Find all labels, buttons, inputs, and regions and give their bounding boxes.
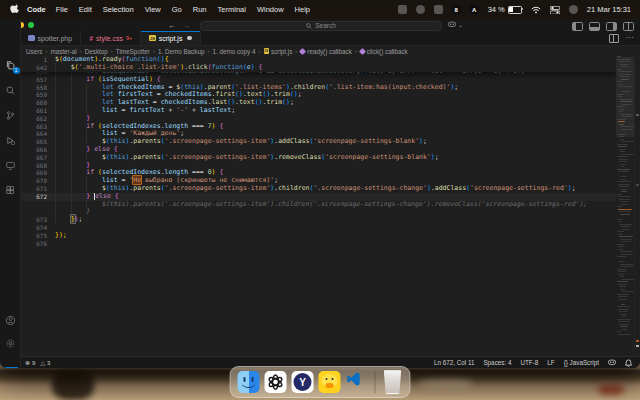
menubar-clock[interactable]: 21 Mar 15:31 [587, 5, 631, 14]
minimap[interactable] [616, 56, 634, 356]
menu-extra-icon[interactable] [416, 5, 425, 14]
dock-vscode-icon[interactable] [346, 371, 368, 393]
breadcrumb-item[interactable]: master-al [50, 48, 76, 55]
editor-group: 1 [0, 56, 640, 356]
menubar-items: FileEditSelectionViewGoRunTerminalWindow… [56, 5, 310, 14]
breadcrumb-item[interactable]: Users [26, 48, 42, 55]
unsaved-dot-icon[interactable] [187, 36, 192, 41]
warnings-icon: △ [40, 359, 45, 366]
overview-ruler[interactable] [634, 56, 640, 356]
dock-trash-icon[interactable] [383, 370, 403, 394]
chevron-down-icon: ⌄ [458, 21, 463, 28]
editor-tab-bar: spotter.php#style.css9+JSscript.js ⋯ [0, 31, 640, 46]
errors-icon: ⊗ [25, 359, 30, 366]
wifi-icon[interactable] [531, 6, 541, 14]
ruler-mark [636, 345, 639, 347]
run-debug-icon[interactable] [5, 135, 16, 146]
menu-run[interactable]: Run [193, 5, 207, 14]
breadcrumb-item[interactable]: ready() callback [300, 48, 351, 55]
battery-indicator[interactable]: 34 % [488, 5, 522, 14]
problems-indicator[interactable]: ⊗ 9 △ 3 [25, 359, 50, 366]
menu-go[interactable]: Go [172, 5, 182, 14]
tab-label: style.css [96, 35, 123, 42]
user-menu-icon[interactable] [569, 5, 578, 14]
tab-script.js[interactable]: JSscript.js [141, 31, 201, 45]
vscode-window: ← → Search ⌄ spotter.php#style.css9+JSsc… [0, 19, 640, 368]
macos-dock: Y [230, 366, 411, 398]
notifications-bell-icon[interactable] [625, 359, 632, 367]
nav-forward-button[interactable]: → [182, 21, 190, 30]
php-file-icon [28, 35, 35, 42]
breadcrumb-item[interactable]: TimeSpotter [116, 48, 150, 55]
status-utf8[interactable]: UTF-8 [520, 359, 538, 366]
code-line: } [20, 208, 616, 216]
menu-view[interactable]: View [145, 5, 161, 14]
toggle-secondary-sidebar-icon[interactable] [606, 22, 617, 31]
toggle-panel-icon[interactable] [589, 22, 600, 31]
tab-spotter.php[interactable]: spotter.php [20, 31, 81, 45]
toggle-sidebar-icon[interactable] [572, 22, 583, 31]
menu-extra-icon[interactable]: A [470, 5, 479, 14]
battery-icon [508, 6, 522, 14]
minimap-slider[interactable] [616, 57, 634, 137]
code-line: $(this).parents('.screenpage-settings-it… [20, 201, 616, 209]
menu-extra-icon[interactable] [434, 5, 443, 14]
menu-app-name[interactable]: Code [27, 5, 46, 14]
status-lf[interactable]: LF [547, 359, 554, 366]
zoom-window-button[interactable] [28, 22, 34, 28]
explorer-icon[interactable]: 1 [5, 60, 16, 71]
menu-extra-icon[interactable]: 8 [452, 5, 461, 14]
code-line: 642 $('.multi-choice .list-item').click(… [20, 64, 616, 72]
window-titlebar[interactable]: ← → Search ⌄ [0, 19, 640, 31]
menu-help[interactable]: Help [295, 5, 310, 14]
nav-back-button[interactable]: ← [168, 21, 176, 30]
copilot-menu-button[interactable]: ⌄ [448, 21, 463, 28]
extensions-icon[interactable] [5, 185, 16, 196]
control-center-icon[interactable] [550, 6, 560, 14]
dock-finder-icon[interactable] [238, 371, 260, 393]
explorer-badge: 1 [13, 67, 20, 74]
breadcrumb-separator: › [259, 48, 261, 54]
breadcrumb[interactable]: Users›master-al›Desktop›TimeSpotter›1. D… [0, 46, 640, 56]
accounts-icon[interactable] [5, 315, 16, 326]
css-file-icon: # [89, 35, 93, 42]
tab-style.css[interactable]: #style.css9+ [81, 31, 141, 45]
menu-extra-icon[interactable] [398, 5, 407, 14]
copilot-status-icon[interactable] [608, 359, 616, 366]
menu-selection[interactable]: Selection [103, 5, 134, 14]
code-editor[interactable]: 656 let isSequential = selectedIndexes.l… [20, 56, 616, 356]
more-actions-icon[interactable]: ⋯ [626, 36, 635, 40]
warnings-count: 3 [47, 360, 50, 366]
source-control-icon[interactable] [5, 110, 16, 121]
status-[interactable]: {} JavaScript [564, 359, 599, 366]
breadcrumb-separator: › [355, 48, 357, 54]
dock-chatgpt-icon[interactable] [265, 371, 287, 393]
breadcrumb-separator: › [111, 48, 113, 54]
menu-file[interactable]: File [56, 5, 68, 14]
tabs-container: spotter.php#style.css9+JSscript.js [20, 31, 201, 45]
menu-edit[interactable]: Edit [79, 5, 92, 14]
dock-yandex-browser-icon[interactable]: Y [292, 371, 314, 393]
wallpaper-detail [52, 370, 94, 400]
menu-window[interactable]: Window [257, 5, 284, 14]
split-editor-icon[interactable] [609, 34, 619, 43]
search-icon[interactable] [5, 85, 16, 96]
remote-explorer-icon[interactable] [5, 160, 16, 171]
code-line: 675}); [20, 232, 616, 240]
customize-layout-icon[interactable] [623, 22, 634, 31]
breadcrumb-item[interactable]: JSscript.js [264, 48, 293, 55]
breadcrumb-item[interactable]: 1. demo copy 4 [212, 48, 255, 55]
apple-menu-icon[interactable] [10, 4, 19, 15]
search-icon [306, 23, 312, 29]
menu-terminal[interactable]: Terminal [218, 5, 246, 14]
code-line: 676 [20, 240, 616, 248]
status-spaces[interactable]: Spaces: 4 [483, 359, 511, 366]
menubar-status-area: 8 A 34 % 21 Mar 15:31 [398, 5, 640, 14]
settings-gear-icon[interactable] [5, 338, 16, 349]
breadcrumb-item[interactable]: click() callback [360, 48, 408, 55]
command-center-search[interactable]: Search [200, 21, 442, 32]
status-ln[interactable]: Ln 672, Col 11 [434, 359, 475, 366]
breadcrumb-item[interactable]: 1. Demo Backup [158, 48, 205, 55]
breadcrumb-item[interactable]: Desktop [85, 48, 108, 55]
dock-duck-icon[interactable] [319, 371, 341, 393]
